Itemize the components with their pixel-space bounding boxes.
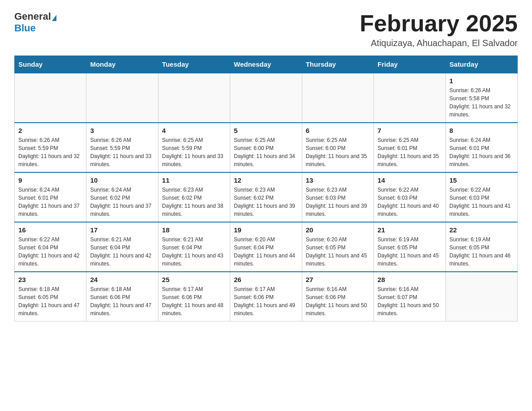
day-info: Sunrise: 6:18 AMSunset: 6:05 PMDaylight:… <box>18 285 82 317</box>
calendar-cell: 10Sunrise: 6:24 AMSunset: 6:02 PMDayligh… <box>86 172 158 222</box>
calendar-cell: 17Sunrise: 6:21 AMSunset: 6:04 PMDayligh… <box>86 222 158 272</box>
day-number: 28 <box>378 276 442 283</box>
day-number: 26 <box>234 276 298 283</box>
calendar-cell: 14Sunrise: 6:22 AMSunset: 6:03 PMDayligh… <box>374 172 446 222</box>
day-number: 11 <box>162 176 226 184</box>
logo-top-row: General <box>14 11 56 22</box>
logo-general-text: General <box>14 11 51 22</box>
calendar-cell: 24Sunrise: 6:18 AMSunset: 6:06 PMDayligh… <box>86 272 158 321</box>
calendar-cell: 15Sunrise: 6:22 AMSunset: 6:03 PMDayligh… <box>446 172 517 222</box>
calendar-cell <box>374 73 446 123</box>
calendar-week-row: 2Sunrise: 6:26 AMSunset: 5:59 PMDaylight… <box>15 123 518 172</box>
calendar-cell: 11Sunrise: 6:23 AMSunset: 6:02 PMDayligh… <box>158 172 230 222</box>
day-info: Sunrise: 6:17 AMSunset: 6:06 PMDaylight:… <box>162 285 226 317</box>
calendar-cell: 1Sunrise: 6:26 AMSunset: 5:58 PMDaylight… <box>446 73 517 123</box>
day-info: Sunrise: 6:23 AMSunset: 6:02 PMDaylight:… <box>162 186 226 218</box>
calendar-cell: 22Sunrise: 6:19 AMSunset: 6:05 PMDayligh… <box>446 222 517 272</box>
day-info: Sunrise: 6:19 AMSunset: 6:05 PMDaylight:… <box>378 235 442 268</box>
day-info: Sunrise: 6:20 AMSunset: 6:05 PMDaylight:… <box>306 235 370 268</box>
calendar-cell: 23Sunrise: 6:18 AMSunset: 6:05 PMDayligh… <box>15 272 86 321</box>
calendar-cell: 26Sunrise: 6:17 AMSunset: 6:06 PMDayligh… <box>230 272 302 321</box>
day-number: 16 <box>18 226 82 234</box>
day-of-week-header: Tuesday <box>158 56 230 73</box>
day-number: 25 <box>162 276 226 283</box>
calendar-cell <box>86 73 158 123</box>
day-info: Sunrise: 6:18 AMSunset: 6:06 PMDaylight:… <box>90 285 154 317</box>
day-number: 24 <box>90 276 154 283</box>
day-number: 5 <box>234 127 298 134</box>
day-number: 27 <box>306 276 370 283</box>
calendar-cell: 21Sunrise: 6:19 AMSunset: 6:05 PMDayligh… <box>374 222 446 272</box>
calendar-cell: 5Sunrise: 6:25 AMSunset: 6:00 PMDaylight… <box>230 123 302 172</box>
calendar-cell: 12Sunrise: 6:23 AMSunset: 6:02 PMDayligh… <box>230 172 302 222</box>
day-info: Sunrise: 6:21 AMSunset: 6:04 PMDaylight:… <box>90 235 154 268</box>
day-number: 3 <box>90 127 154 134</box>
calendar-week-row: 23Sunrise: 6:18 AMSunset: 6:05 PMDayligh… <box>15 272 518 321</box>
day-number: 23 <box>18 276 82 283</box>
day-number: 4 <box>162 127 226 134</box>
day-number: 7 <box>378 127 442 134</box>
day-info: Sunrise: 6:26 AMSunset: 5:58 PMDaylight:… <box>450 86 514 119</box>
day-of-week-header: Saturday <box>446 56 517 73</box>
logo-triangle-icon <box>52 15 56 21</box>
day-info: Sunrise: 6:26 AMSunset: 5:59 PMDaylight:… <box>18 136 82 168</box>
calendar-week-row: 16Sunrise: 6:22 AMSunset: 6:04 PMDayligh… <box>15 222 518 272</box>
calendar-cell: 13Sunrise: 6:23 AMSunset: 6:03 PMDayligh… <box>302 172 373 222</box>
calendar-cell: 8Sunrise: 6:24 AMSunset: 6:01 PMDaylight… <box>446 123 517 172</box>
day-info: Sunrise: 6:16 AMSunset: 6:07 PMDaylight:… <box>378 285 442 317</box>
day-info: Sunrise: 6:22 AMSunset: 6:03 PMDaylight:… <box>378 186 442 218</box>
day-number: 19 <box>234 226 298 234</box>
calendar-cell: 2Sunrise: 6:26 AMSunset: 5:59 PMDaylight… <box>15 123 86 172</box>
calendar-cell: 7Sunrise: 6:25 AMSunset: 6:01 PMDaylight… <box>374 123 446 172</box>
day-info: Sunrise: 6:25 AMSunset: 6:00 PMDaylight:… <box>234 136 298 168</box>
day-number: 18 <box>162 226 226 234</box>
day-number: 20 <box>306 226 370 234</box>
day-info: Sunrise: 6:23 AMSunset: 6:02 PMDaylight:… <box>234 186 298 218</box>
day-number: 6 <box>306 127 370 134</box>
day-number: 8 <box>450 127 514 134</box>
day-number: 12 <box>234 176 298 184</box>
calendar-cell: 9Sunrise: 6:24 AMSunset: 6:01 PMDaylight… <box>15 172 86 222</box>
calendar-cell: 6Sunrise: 6:25 AMSunset: 6:00 PMDaylight… <box>302 123 373 172</box>
calendar-cell <box>302 73 373 123</box>
day-number: 10 <box>90 176 154 184</box>
day-number: 1 <box>450 77 514 85</box>
day-info: Sunrise: 6:26 AMSunset: 5:59 PMDaylight:… <box>90 136 154 168</box>
day-info: Sunrise: 6:19 AMSunset: 6:05 PMDaylight:… <box>450 235 514 268</box>
calendar-cell: 20Sunrise: 6:20 AMSunset: 6:05 PMDayligh… <box>302 222 373 272</box>
page-header: General Blue February 2025 Atiquizaya, A… <box>14 11 518 48</box>
calendar-week-row: 1Sunrise: 6:26 AMSunset: 5:58 PMDaylight… <box>15 73 518 123</box>
day-info: Sunrise: 6:24 AMSunset: 6:01 PMDaylight:… <box>18 186 82 218</box>
calendar-cell <box>446 272 517 321</box>
calendar-cell <box>15 73 86 123</box>
calendar-cell <box>230 73 302 123</box>
day-info: Sunrise: 6:25 AMSunset: 6:01 PMDaylight:… <box>378 136 442 168</box>
day-info: Sunrise: 6:24 AMSunset: 6:02 PMDaylight:… <box>90 186 154 218</box>
calendar-cell: 28Sunrise: 6:16 AMSunset: 6:07 PMDayligh… <box>374 272 446 321</box>
day-of-week-header: Monday <box>86 56 158 73</box>
day-info: Sunrise: 6:16 AMSunset: 6:06 PMDaylight:… <box>306 285 370 317</box>
calendar-cell: 16Sunrise: 6:22 AMSunset: 6:04 PMDayligh… <box>15 222 86 272</box>
day-number: 14 <box>378 176 442 184</box>
day-number: 9 <box>18 176 82 184</box>
logo-blue-text: Blue <box>14 22 36 34</box>
calendar-header-row: SundayMondayTuesdayWednesdayThursdayFrid… <box>15 56 518 73</box>
location-title: Atiquizaya, Ahuachapan, El Salvador <box>360 38 518 48</box>
calendar-cell: 27Sunrise: 6:16 AMSunset: 6:06 PMDayligh… <box>302 272 373 321</box>
day-number: 13 <box>306 176 370 184</box>
day-number: 2 <box>18 127 82 134</box>
day-info: Sunrise: 6:22 AMSunset: 6:03 PMDaylight:… <box>450 186 514 218</box>
day-of-week-header: Thursday <box>302 56 373 73</box>
day-info: Sunrise: 6:23 AMSunset: 6:03 PMDaylight:… <box>306 186 370 218</box>
calendar-week-row: 9Sunrise: 6:24 AMSunset: 6:01 PMDaylight… <box>15 172 518 222</box>
calendar-cell: 18Sunrise: 6:21 AMSunset: 6:04 PMDayligh… <box>158 222 230 272</box>
month-title: February 2025 <box>360 11 518 36</box>
calendar-table: SundayMondayTuesdayWednesdayThursdayFrid… <box>14 56 518 321</box>
day-number: 15 <box>450 176 514 184</box>
day-info: Sunrise: 6:22 AMSunset: 6:04 PMDaylight:… <box>18 235 82 268</box>
calendar-cell <box>158 73 230 123</box>
day-number: 17 <box>90 226 154 234</box>
day-of-week-header: Wednesday <box>230 56 302 73</box>
day-info: Sunrise: 6:21 AMSunset: 6:04 PMDaylight:… <box>162 235 226 268</box>
day-of-week-header: Friday <box>374 56 446 73</box>
